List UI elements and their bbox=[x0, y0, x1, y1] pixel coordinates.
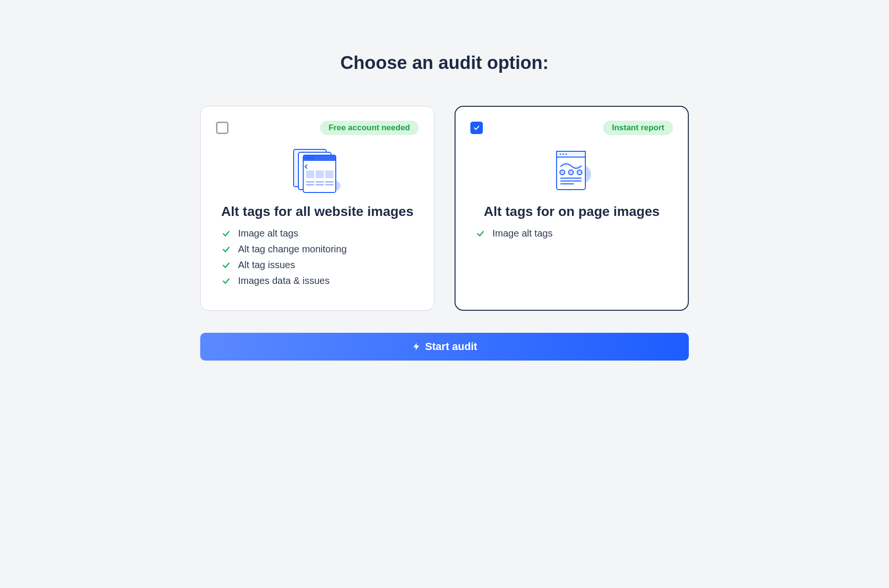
svg-point-24 bbox=[569, 170, 573, 175]
check-icon bbox=[222, 229, 230, 238]
svg-rect-4 bbox=[303, 155, 336, 161]
svg-point-20 bbox=[559, 154, 561, 155]
check-icon bbox=[222, 277, 230, 285]
svg-point-5 bbox=[306, 158, 307, 159]
feature-label: Images data & issues bbox=[238, 275, 330, 286]
lightning-icon bbox=[412, 342, 421, 351]
option-heading: Alt tags for all website images bbox=[216, 204, 419, 219]
start-audit-button[interactable]: Start audit bbox=[200, 333, 689, 361]
check-icon bbox=[476, 229, 485, 238]
feature-label: Image alt tags bbox=[492, 228, 553, 239]
feature-label: Alt tag change monitoring bbox=[238, 244, 347, 255]
check-icon bbox=[222, 261, 230, 270]
badge: Instant report bbox=[603, 121, 673, 135]
card-top-row: Instant report bbox=[470, 121, 673, 135]
option-illustration bbox=[216, 147, 419, 193]
feature-item: Images data & issues bbox=[222, 275, 419, 286]
option-cards: Free account needed bbox=[200, 106, 689, 311]
badge: Free account needed bbox=[320, 121, 419, 135]
option-heading: Alt tags for on page images bbox=[470, 204, 673, 219]
option-illustration bbox=[470, 147, 673, 193]
audit-chooser: Choose an audit option: Free account nee… bbox=[200, 0, 689, 389]
feature-label: Image alt tags bbox=[238, 228, 298, 239]
check-icon bbox=[222, 245, 230, 254]
checkmark-icon bbox=[473, 124, 480, 132]
option-card-on-page[interactable]: Instant report bbox=[455, 106, 689, 311]
feature-item: Image alt tags bbox=[222, 228, 419, 239]
svg-point-7 bbox=[311, 158, 313, 159]
option-checkbox[interactable] bbox=[470, 122, 483, 134]
option-checkbox[interactable] bbox=[216, 122, 228, 134]
svg-point-23 bbox=[560, 170, 565, 175]
page-title: Choose an audit option: bbox=[200, 53, 689, 73]
svg-point-6 bbox=[308, 158, 310, 159]
feature-list: Image alt tags bbox=[470, 228, 673, 239]
feature-item: Image alt tags bbox=[476, 228, 673, 239]
feature-item: Alt tag issues bbox=[222, 260, 419, 271]
option-card-all-website[interactable]: Free account needed bbox=[200, 106, 434, 311]
card-top-row: Free account needed bbox=[216, 121, 419, 135]
svg-point-21 bbox=[562, 154, 564, 155]
svg-rect-10 bbox=[325, 170, 333, 178]
feature-list: Image alt tags Alt tag change monitoring… bbox=[216, 228, 419, 286]
feature-item: Alt tag change monitoring bbox=[222, 244, 419, 255]
svg-point-22 bbox=[565, 154, 567, 155]
feature-label: Alt tag issues bbox=[238, 260, 295, 271]
pages-stack-icon bbox=[291, 147, 344, 193]
cta-label: Start audit bbox=[425, 340, 478, 353]
single-page-icon bbox=[550, 147, 594, 193]
svg-point-25 bbox=[577, 170, 582, 175]
svg-rect-9 bbox=[316, 170, 324, 178]
svg-rect-8 bbox=[306, 170, 314, 178]
